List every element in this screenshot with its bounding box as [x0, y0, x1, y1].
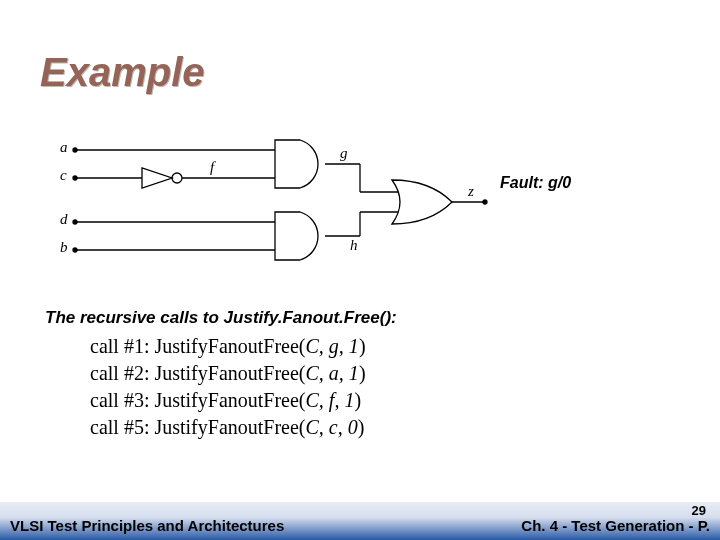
slide-footer: 29 VLSI Test Principles and Architecture… [0, 502, 720, 540]
wire-label-b: b [60, 239, 68, 255]
call-line: call #3: JustifyFanoutFree(C, f, 1) [90, 387, 366, 414]
footer-left: VLSI Test Principles and Architectures [10, 517, 284, 534]
wire-label-f: f [210, 159, 216, 175]
calls-heading: The recursive calls to Justify.Fanout.Fr… [45, 308, 397, 328]
wire-label-d: d [60, 211, 68, 227]
circuit-diagram: a c d b f g h z [60, 130, 500, 270]
call-line: call #1: JustifyFanoutFree(C, g, 1) [90, 333, 366, 360]
wire-label-a: a [60, 139, 68, 155]
svg-point-10 [73, 220, 77, 224]
svg-point-1 [73, 148, 77, 152]
wire-label-c: c [60, 167, 67, 183]
svg-point-3 [73, 176, 77, 180]
call-line: call #2: JustifyFanoutFree(C, a, 1) [90, 360, 366, 387]
wire-label-z: z [467, 183, 474, 199]
svg-marker-4 [142, 168, 172, 188]
wire-label-g: g [340, 145, 348, 161]
svg-point-12 [73, 248, 77, 252]
slide-number: 29 [692, 503, 706, 518]
call-line: call #5: JustifyFanoutFree(C, c, 0) [90, 414, 366, 441]
calls-list: call #1: JustifyFanoutFree(C, g, 1) call… [90, 333, 366, 441]
svg-point-19 [483, 200, 487, 204]
footer-right: Ch. 4 - Test Generation - P. [521, 517, 710, 534]
wire-label-h: h [350, 237, 358, 253]
slide-title: Example [40, 50, 205, 95]
fault-label: Fault: g/0 [500, 174, 571, 192]
